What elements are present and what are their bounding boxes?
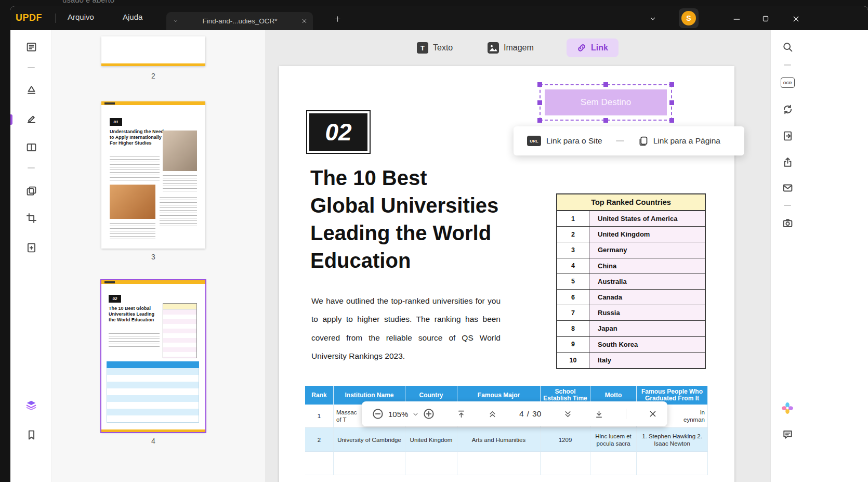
resize-handle[interactable] — [669, 100, 674, 105]
extract-pages-button[interactable] — [20, 238, 42, 257]
close-window-button[interactable] — [787, 14, 805, 24]
thumbnail-page-3[interactable]: 01 Understanding the Need to Apply Inter… — [101, 101, 205, 249]
close-tab-icon[interactable] — [301, 18, 308, 24]
camera-icon — [782, 218, 793, 229]
toolbar-divider — [784, 205, 791, 206]
page-layout-button[interactable] — [20, 138, 42, 157]
thumb-countries-table — [163, 303, 197, 358]
ai-assistant-button[interactable] — [777, 399, 798, 417]
table-cell: Hinc lucem et pocula sacra — [590, 428, 637, 452]
previous-page-button[interactable] — [488, 410, 497, 419]
resize-handle[interactable] — [537, 100, 542, 105]
table-cell — [305, 452, 334, 475]
resize-handle[interactable] — [537, 118, 542, 123]
image-tool-button[interactable]: Imagem — [481, 38, 540, 57]
thumbnail-page-4[interactable]: 02 The 10 Best Global Universities Leadi… — [101, 280, 205, 432]
country-cell: China — [589, 258, 705, 273]
thumb-title: Understanding the Need to Apply Internat… — [110, 129, 168, 146]
resize-handle[interactable] — [669, 82, 674, 87]
thumb-footer-bar — [101, 429, 205, 432]
thumbnail-number: 2 — [101, 72, 205, 80]
table-cell — [590, 452, 637, 475]
country-cell: Canada — [589, 290, 705, 305]
universities-table: Rank Institution Name Country Famous Maj… — [305, 386, 708, 475]
new-tab-button[interactable] — [328, 14, 346, 24]
countries-table-title: Top Ranked Countries — [557, 194, 705, 211]
link-to-site-option[interactable]: URL Link para o Site — [527, 136, 602, 146]
country-row: 10Italy — [557, 353, 705, 368]
table-cell: University of Cambridge — [334, 428, 405, 452]
popup-separator — [616, 140, 624, 141]
zoom-level[interactable]: 105% — [388, 410, 408, 419]
updf-window: UPDF Arquivo Ajuda Find-and-...udies_OCR… — [10, 6, 868, 482]
country-cell: Russia — [589, 305, 705, 320]
country-row: 2United Kingdom — [557, 227, 705, 242]
country-cell: United Kingdom — [589, 227, 705, 242]
convert-button[interactable] — [777, 100, 798, 118]
edit-pdf-button[interactable] — [20, 109, 42, 128]
jump-to-bottom-button[interactable] — [595, 410, 603, 419]
document-tab[interactable]: Find-and-...udies_OCR* — [166, 12, 313, 30]
resize-handle[interactable] — [669, 118, 674, 123]
zoom-dropdown-icon[interactable] — [413, 411, 418, 417]
current-page[interactable]: 4 — [519, 409, 524, 419]
page-separator: / — [527, 409, 529, 419]
page-indicator[interactable]: 4 / 30 — [519, 409, 541, 419]
rank-cell: 4 — [557, 258, 589, 273]
jump-to-top-button[interactable] — [457, 410, 466, 419]
bookmark-button[interactable] — [20, 425, 42, 444]
toolbar-divider — [626, 409, 626, 419]
table-cell: 1. Stephen Hawking 2. Isaac Newton — [637, 428, 708, 452]
reader-view-button[interactable] — [20, 37, 42, 56]
table-cell: 1209 — [541, 428, 590, 452]
share-button[interactable] — [777, 153, 798, 171]
menu-ajuda[interactable]: Ajuda — [123, 12, 142, 21]
crop-button[interactable] — [20, 209, 42, 227]
maximize-button[interactable] — [757, 14, 774, 24]
rank-cell: 9 — [557, 337, 589, 352]
heading-line: The 10 Best — [310, 164, 529, 192]
resize-handle[interactable] — [537, 82, 542, 87]
thumb-text-lines — [109, 333, 160, 348]
close-toolbar-button[interactable] — [649, 410, 657, 418]
thumb-photo — [110, 185, 155, 219]
url-icon: URL — [527, 136, 541, 146]
minimize-button[interactable] — [728, 14, 745, 24]
table-cell — [541, 452, 590, 475]
link-to-page-option[interactable]: Link para a Página — [638, 136, 720, 146]
mail-icon — [782, 183, 793, 193]
account-avatar[interactable]: S — [679, 8, 699, 28]
tab-dropdown-icon[interactable] — [173, 17, 179, 26]
zoom-in-button[interactable] — [423, 408, 435, 420]
ocr-button[interactable]: OCR — [777, 74, 798, 92]
layers-icon — [25, 399, 37, 411]
menu-arquivo[interactable]: Arquivo — [68, 12, 94, 21]
email-button[interactable] — [777, 179, 798, 197]
text-tool-button[interactable]: T Texto — [411, 38, 459, 57]
image-tool-label: Imagem — [504, 43, 534, 53]
export-page-button[interactable] — [777, 127, 798, 145]
snapshot-button[interactable] — [777, 214, 798, 232]
table-cell: United Kingdom — [405, 428, 457, 452]
annotate-button[interactable] — [20, 80, 42, 99]
chapter-badge: 02 — [109, 295, 121, 303]
link-tool-button[interactable]: Link — [567, 38, 619, 57]
search-button[interactable] — [777, 38, 798, 56]
comments-button[interactable] — [777, 425, 798, 443]
resize-handle[interactable] — [603, 118, 608, 123]
link-annotation[interactable]: Sem Destino — [545, 89, 667, 115]
thumb-photo — [163, 131, 197, 171]
next-page-button[interactable] — [563, 410, 572, 419]
table-cell — [457, 452, 541, 475]
resize-handle[interactable] — [603, 82, 608, 87]
tabs-list-chevron-icon[interactable] — [648, 14, 658, 24]
titlebar: UPDF Arquivo Ajuda Find-and-...udies_OCR… — [10, 6, 868, 30]
zoom-out-button[interactable] — [372, 408, 384, 420]
chapter-badge: 01 — [110, 118, 122, 126]
rank-cell: 7 — [557, 305, 589, 320]
annotation-selection[interactable]: Sem Destino — [540, 84, 672, 121]
thumbnail-page-2[interactable] — [101, 36, 205, 66]
titlebar-divider — [55, 14, 56, 23]
organize-pages-button[interactable] — [20, 181, 42, 200]
layers-button[interactable] — [20, 396, 42, 414]
